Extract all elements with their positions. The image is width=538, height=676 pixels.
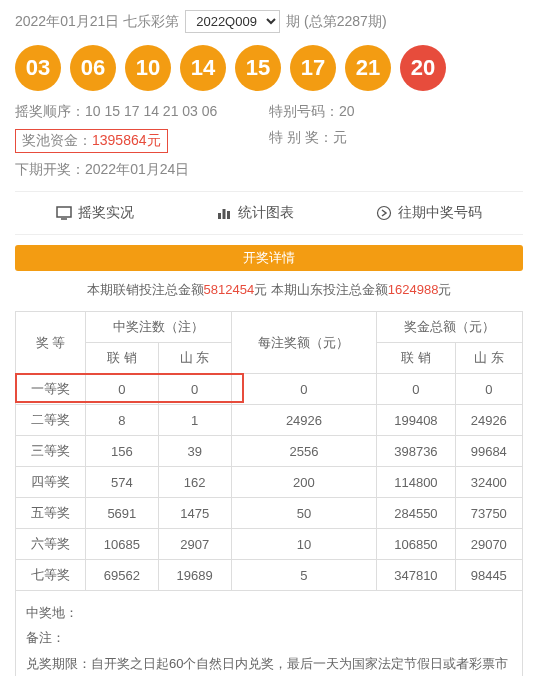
table-cell: 二等奖 — [16, 405, 86, 436]
tab-live[interactable]: 摇奖实况 — [56, 204, 134, 222]
table-row: 四等奖57416220011480032400 — [16, 467, 523, 498]
th-lx-1: 联 销 — [85, 343, 158, 374]
table-cell: 69562 — [85, 560, 158, 591]
table-cell: 24926 — [231, 405, 377, 436]
tab-live-label: 摇奖实况 — [78, 204, 134, 222]
chart-icon — [216, 205, 232, 221]
notes-section: 中奖地： 备注： 兑奖期限：自开奖之日起60个自然日内兑奖，最后一天为国家法定节… — [15, 591, 523, 676]
svg-rect-2 — [218, 213, 221, 219]
th-level: 奖 等 — [16, 312, 86, 374]
summary-prefix1: 本期联销投注总金额 — [87, 282, 204, 297]
winner-location: 中奖地： — [26, 601, 512, 624]
ball-7: 21 — [345, 45, 391, 91]
special-prize-unit: 元 — [333, 129, 347, 145]
table-row: 三等奖15639255639873699684 — [16, 436, 523, 467]
tab-history[interactable]: 往期中奖号码 — [376, 204, 482, 222]
table-cell: 200 — [231, 467, 377, 498]
claim-text: 自开奖之日起60个自然日内兑奖，最后一天为国家法定节假日或者彩票市场休市的，顺延… — [26, 656, 508, 676]
table-cell: 六等奖 — [16, 529, 86, 560]
info-grid: 摇奖顺序：10 15 17 14 21 03 06 特别号码：20 奖池资金：1… — [15, 103, 523, 179]
table-cell: 10685 — [85, 529, 158, 560]
table-cell: 284550 — [377, 498, 455, 529]
tab-stats[interactable]: 统计图表 — [216, 204, 294, 222]
draw-order-label: 摇奖顺序： — [15, 103, 85, 119]
special-num: 特别号码：20 — [269, 103, 523, 121]
table-cell: 0 — [455, 374, 522, 405]
table-cell: 29070 — [455, 529, 522, 560]
lottery-balls: 03 06 10 14 15 17 21 20 — [15, 45, 523, 91]
table-cell: 98445 — [455, 560, 522, 591]
draw-order: 摇奖顺序：10 15 17 14 21 03 06 — [15, 103, 269, 121]
summary-suffix: 元 — [438, 282, 451, 297]
claim-period: 兑奖期限：自开奖之日起60个自然日内兑奖，最后一天为国家法定节假日或者彩票市场休… — [26, 652, 512, 676]
period-select[interactable]: 2022Q009 — [185, 10, 280, 33]
date-label: 2022年01月21日 七乐彩第 — [15, 13, 179, 31]
table-cell: 四等奖 — [16, 467, 86, 498]
tab-stats-label: 统计图表 — [238, 204, 294, 222]
table-row: 七等奖6956219689534781098445 — [16, 560, 523, 591]
special-prize: 特 别 奖：元 — [269, 129, 523, 153]
th-total: 奖金总额（元） — [377, 312, 523, 343]
table-cell: 8 — [85, 405, 158, 436]
table-cell: 七等奖 — [16, 560, 86, 591]
table-row: 六等奖1068529071010685029070 — [16, 529, 523, 560]
table-row: 二等奖812492619940824926 — [16, 405, 523, 436]
th-per: 每注奖额（元） — [231, 312, 377, 374]
table-cell: 19689 — [158, 560, 231, 591]
summary-amt2: 1624988 — [388, 282, 439, 297]
table-cell: 5 — [231, 560, 377, 591]
table-row: 一等奖00000 — [16, 374, 523, 405]
claim-label: 兑奖期限： — [26, 656, 91, 671]
ball-5: 15 — [235, 45, 281, 91]
table-cell: 106850 — [377, 529, 455, 560]
table-cell: 0 — [231, 374, 377, 405]
table-cell: 39 — [158, 436, 231, 467]
table-cell: 347810 — [377, 560, 455, 591]
special-num-label: 特别号码： — [269, 103, 339, 119]
pool-amount: 1395864 — [92, 132, 147, 148]
table-cell: 2907 — [158, 529, 231, 560]
next-draw-label: 下期开奖： — [15, 161, 85, 177]
arrow-right-icon — [376, 205, 392, 221]
table-cell: 32400 — [455, 467, 522, 498]
pool-unit: 元 — [147, 132, 161, 148]
table-cell: 156 — [85, 436, 158, 467]
table-cell: 99684 — [455, 436, 522, 467]
th-sd-1: 山 东 — [158, 343, 231, 374]
prize-table: 奖 等 中奖注数（注） 每注奖额（元） 奖金总额（元） 联 销 山 东 联 销 … — [15, 311, 523, 591]
ball-4: 14 — [180, 45, 226, 91]
summary-row: 本期联销投注总金额5812454元 本期山东投注总金额1624988元 — [15, 281, 523, 299]
table-cell: 574 — [85, 467, 158, 498]
table-cell: 162 — [158, 467, 231, 498]
prize-table-wrap: 奖 等 中奖注数（注） 每注奖额（元） 奖金总额（元） 联 销 山 东 联 销 … — [15, 311, 523, 591]
table-cell: 1 — [158, 405, 231, 436]
th-lx-2: 联 销 — [377, 343, 455, 374]
svg-rect-4 — [227, 211, 230, 219]
svg-rect-0 — [57, 207, 71, 217]
header-row: 2022年01月21日 七乐彩第 2022Q009 期 (总第2287期) — [15, 10, 523, 33]
ball-3: 10 — [125, 45, 171, 91]
details-button[interactable]: 开奖详情 — [15, 245, 523, 271]
summary-mid: 元 本期山东投注总金额 — [254, 282, 388, 297]
table-cell: 五等奖 — [16, 498, 86, 529]
monitor-icon — [56, 205, 72, 221]
svg-point-5 — [378, 207, 391, 220]
table-cell: 1475 — [158, 498, 231, 529]
special-num-value: 20 — [339, 103, 355, 119]
table-cell: 50 — [231, 498, 377, 529]
pool-label: 奖池资金： — [22, 132, 92, 148]
table-cell: 10 — [231, 529, 377, 560]
ball-special: 20 — [400, 45, 446, 91]
table-cell: 2556 — [231, 436, 377, 467]
pool-fund: 奖池资金：1395864元 — [15, 129, 269, 153]
ball-1: 03 — [15, 45, 61, 91]
table-cell: 0 — [85, 374, 158, 405]
svg-rect-3 — [223, 209, 226, 219]
tab-history-label: 往期中奖号码 — [398, 204, 482, 222]
summary-amt1: 5812454 — [204, 282, 255, 297]
table-cell: 5691 — [85, 498, 158, 529]
table-cell: 114800 — [377, 467, 455, 498]
table-cell: 199408 — [377, 405, 455, 436]
table-cell: 73750 — [455, 498, 522, 529]
remarks: 备注： — [26, 626, 512, 649]
